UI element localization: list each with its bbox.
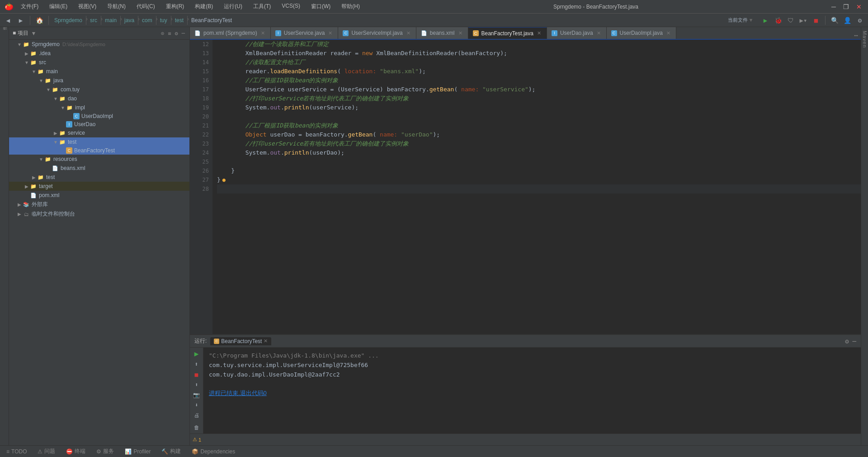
panel-dropdown[interactable]: ▼ xyxy=(31,30,37,37)
bc-sprngdemo[interactable]: Sprngdemo xyxy=(54,17,82,24)
tab-close-userdao[interactable]: ✕ xyxy=(596,30,602,37)
user-button[interactable]: 👤 xyxy=(842,15,853,26)
run-rerun-up[interactable]: ⬆ xyxy=(192,360,202,368)
tab-userservice[interactable]: I UserService.java ✕ xyxy=(271,27,339,39)
tree-item-target[interactable]: ▶ 📁 target xyxy=(9,182,189,191)
run-button[interactable]: ▶ xyxy=(760,15,771,26)
run-scroll-up[interactable]: ⬆ xyxy=(192,380,202,389)
menu-code[interactable]: 代码(C) xyxy=(134,2,158,11)
menu-edit[interactable]: 编辑(E) xyxy=(47,2,70,11)
bottom-tab-todo[interactable]: ≡ TODO xyxy=(4,448,29,456)
tab-beans[interactable]: 📄 beans.xml ✕ xyxy=(416,27,468,39)
tab-close-userserviceimpl[interactable]: ✕ xyxy=(406,30,411,37)
stop-button[interactable]: ■ xyxy=(811,15,821,26)
tree-item-dao[interactable]: ▼ 📁 dao xyxy=(9,94,189,103)
restore-button[interactable]: ❐ xyxy=(842,2,851,11)
menu-navigate[interactable]: 导航(N) xyxy=(104,2,128,11)
tree-item-src[interactable]: ▼ 📁 src xyxy=(9,58,189,67)
run-screenshot-button[interactable]: 📷 xyxy=(192,391,202,399)
bottom-tab-terminal[interactable]: ⛔ 终端 xyxy=(63,447,88,456)
bc-test[interactable]: test xyxy=(175,17,184,24)
panel-action-gear[interactable]: ⚙ xyxy=(174,29,179,38)
run-clear-button[interactable]: 🗑 xyxy=(192,423,202,432)
run-settings-button[interactable]: ⚙ xyxy=(845,338,849,345)
menu-window[interactable]: 窗口(W) xyxy=(308,2,333,11)
run-minimize-button[interactable]: ─ xyxy=(853,338,856,345)
menu-run[interactable]: 运行(U) xyxy=(221,2,245,11)
left-icon-1[interactable]: 项 xyxy=(0,29,9,37)
menu-view[interactable]: 视图(V) xyxy=(75,2,99,11)
settings-button[interactable]: ⚙ xyxy=(854,15,865,26)
menu-build[interactable]: 构建(B) xyxy=(192,2,216,11)
tab-close-beans[interactable]: ✕ xyxy=(458,30,463,37)
search-button[interactable]: 🔍 xyxy=(829,15,840,26)
forward-button[interactable]: ▶ xyxy=(15,15,26,26)
tree-item-main[interactable]: ▼ 📁 main xyxy=(9,67,189,76)
tab-close-pom[interactable]: ✕ xyxy=(260,30,266,37)
tab-pom[interactable]: 📄 pom.xml (Sprngdemo) ✕ xyxy=(190,27,271,39)
menu-help[interactable]: 帮助(H) xyxy=(339,2,363,11)
menu-refactor[interactable]: 重构(R) xyxy=(163,2,187,11)
menu-tools[interactable]: 工具(T) xyxy=(250,2,274,11)
tree-item-dao-impl[interactable]: ▼ 📁 impl xyxy=(9,103,189,112)
tree-item-userdaoimpl[interactable]: C UserDaoImpl xyxy=(9,112,189,120)
bottom-tab-services[interactable]: ⚙ 服务 xyxy=(94,447,117,456)
maven-label[interactable]: Maven xyxy=(862,31,868,48)
tree-item-root[interactable]: ▼ 📁 Sprngdemo D:\idea\Sprngdemo xyxy=(9,40,189,49)
close-button[interactable]: ✕ xyxy=(854,2,863,11)
menu-file[interactable]: 文件(F) xyxy=(18,2,41,11)
tree-item-idea[interactable]: ▶ 📁 .idea xyxy=(9,49,189,58)
run-print-button[interactable]: 🖨 xyxy=(192,411,202,420)
output-line-5[interactable]: 进程已结束,退出代码0 xyxy=(209,389,855,398)
tree-item-test2[interactable]: ▶ 📁 test xyxy=(9,173,189,182)
run-tab-close[interactable]: ✕ xyxy=(264,338,268,344)
panel-action-scope[interactable]: ⊙ xyxy=(160,29,165,38)
bc-java[interactable]: java xyxy=(124,17,134,24)
tab-close-userservice[interactable]: ✕ xyxy=(327,30,333,37)
bottom-tab-build[interactable]: 🔨 构建 xyxy=(159,447,184,456)
tree-item-service[interactable]: ▶ 📁 service xyxy=(9,128,189,137)
tree-item-resources[interactable]: ▼ 📁 resources xyxy=(9,155,189,164)
code-content[interactable]: //创建一个读取器并和工厂绑定 XmlBeanDefinitionReader … xyxy=(212,40,861,334)
profile-btn[interactable]: 当前文件 ▼ xyxy=(722,15,758,26)
run-tab-beanfactorytest[interactable]: C BeanFactoryTest ✕ xyxy=(210,337,271,345)
bottom-tab-problems[interactable]: ⚠ 问题 xyxy=(35,447,58,456)
tab-userdaoimpl[interactable]: C UserDaoImpl.java ✕ xyxy=(607,27,676,39)
bottom-tab-profiler[interactable]: 📊 Profiler xyxy=(122,448,153,456)
bc-src[interactable]: src xyxy=(90,17,97,24)
maven-sidebar[interactable]: Maven xyxy=(861,27,868,445)
run-play-button[interactable]: ▶ xyxy=(192,349,202,358)
debug-button[interactable]: 🐞 xyxy=(773,15,783,26)
tree-item-extlibs[interactable]: ▶ 📚 外部库 xyxy=(9,200,189,209)
navigate-button[interactable]: 🏠 xyxy=(34,15,45,26)
tab-close-beanfactorytest[interactable]: ✕ xyxy=(536,30,542,37)
tab-userdao[interactable]: I UserDao.java ✕ xyxy=(547,27,607,39)
menu-vcs[interactable]: VCS(S) xyxy=(279,2,303,11)
bottom-tab-dependencies[interactable]: 📦 Dependencies xyxy=(189,448,238,456)
tree-item-userdao[interactable]: I UserDao xyxy=(9,120,189,128)
code-editor[interactable]: 12 13 14 15 16 17 18 19 20 21 22 23 24 2… xyxy=(190,40,861,334)
bc-com[interactable]: com xyxy=(142,17,152,24)
tree-item-scratch[interactable]: ▶ 🗂 临时文件和控制台 xyxy=(9,209,189,219)
tree-item-beansxml[interactable]: 📄 beans.xml xyxy=(9,164,189,173)
tree-item-test[interactable]: ▼ 📁 test xyxy=(9,137,189,146)
line-21: 21 xyxy=(190,121,209,130)
panel-action-minimize[interactable]: ─ xyxy=(181,29,186,38)
tab-close-userdaoimpl[interactable]: ✕ xyxy=(665,30,671,37)
more-run-button[interactable]: ▶▾ xyxy=(798,15,809,26)
bc-main[interactable]: main xyxy=(105,17,117,24)
tree-item-java[interactable]: ▼ 📁 java xyxy=(9,76,189,85)
tree-item-pomxml[interactable]: 📄 pom.xml xyxy=(9,191,189,200)
back-button[interactable]: ◀ xyxy=(3,15,14,26)
panel-action-expand[interactable]: ≡ xyxy=(167,29,172,38)
tab-more-button[interactable]: ⋯ xyxy=(854,32,858,39)
bc-tuy[interactable]: tuy xyxy=(160,17,167,24)
run-stop-button[interactable]: ■ xyxy=(192,370,202,379)
coverage-button[interactable]: 🛡 xyxy=(785,15,796,26)
minimize-button[interactable]: ─ xyxy=(829,2,838,11)
tree-item-comtuy[interactable]: ▼ 📁 com.tuy xyxy=(9,85,189,94)
tree-item-beanfactorytest[interactable]: C BeanFactoryTest xyxy=(9,146,189,155)
tab-userserviceimpl[interactable]: C UserServiceImpl.java ✕ xyxy=(338,27,416,39)
run-scroll-down[interactable]: ⬇ xyxy=(192,401,202,410)
tab-beanfactorytest[interactable]: C BeanFactoryTest.java ✕ xyxy=(468,27,547,39)
